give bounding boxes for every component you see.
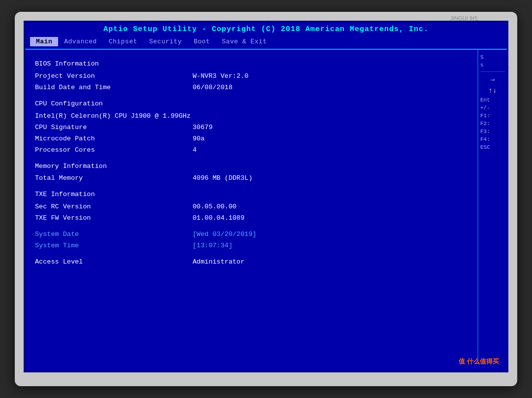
menu-save-exit[interactable]: Save & Exit: [216, 37, 272, 46]
system-date-value: [Wed 03/20/2019]: [193, 229, 257, 240]
project-version-label: Project Version: [35, 71, 193, 82]
menu-advanced[interactable]: Advanced: [58, 37, 102, 46]
sidebar-esc: ESC: [480, 144, 505, 150]
total-memory-value: 4096 MB (DDR3L): [193, 173, 253, 184]
content-area: BIOS Information Project Version W-NVR3 …: [25, 50, 507, 364]
build-date-row: Build Date and Time 06/08/2018: [35, 82, 467, 94]
processor-cores-value: 4: [193, 145, 197, 156]
sec-rc-value: 00.05.00.00: [193, 201, 236, 213]
access-level-value: Administrator: [193, 257, 244, 268]
memory-info-header: Memory Information: [35, 161, 467, 172]
sec-rc-row: Sec RC Version 00.05.00.00: [35, 201, 467, 213]
system-date-row[interactable]: System Date [Wed 03/20/2019]: [35, 229, 467, 240]
title-text: Aptio Setup Utility - Copyright (C) 2018…: [103, 25, 429, 33]
sidebar-arrow-updown: ↑↓: [480, 87, 505, 95]
memory-info-section: Memory Information Total Memory 4096 MB …: [35, 161, 467, 185]
sidebar-s2: s: [480, 62, 505, 68]
cpu-config-header: CPU Configuration: [35, 99, 467, 110]
menu-boot[interactable]: Boot: [188, 37, 216, 46]
total-memory-label: Total Memory: [35, 173, 193, 184]
title-bar: Aptio Setup Utility - Copyright (C) 2018…: [25, 22, 507, 35]
sidebar-f2: F2:: [480, 121, 505, 127]
txe-info-section: TXE Information Sec RC Version 00.05.00.…: [35, 189, 467, 224]
cpu-signature-label: CPU Signature: [35, 122, 193, 133]
sec-rc-label: Sec RC Version: [35, 201, 193, 213]
sidebar-divider1: [480, 71, 505, 72]
system-time-value: [13:07:34]: [193, 240, 233, 252]
menu-chipset[interactable]: Chipset: [103, 37, 143, 46]
access-level-row: Access Level Administrator: [35, 257, 467, 268]
txe-fw-row: TXE FW Version 01.00.04.1089: [35, 213, 467, 224]
txe-info-header: TXE Information: [35, 189, 467, 200]
system-time-label: System Time: [35, 240, 193, 252]
sidebar-f1: F1:: [480, 113, 505, 119]
menu-security[interactable]: Security: [143, 37, 188, 46]
processor-cores-label: Processor Cores: [35, 145, 193, 156]
sidebar-f4: F4:: [480, 136, 505, 142]
build-date-label: Build Date and Time: [35, 82, 193, 94]
sidebar-f3: F3:: [480, 129, 505, 134]
monitor-frame: JINGUI 9代 Aptio Setup Utility - Copyrigh…: [15, 12, 517, 386]
watermark: 值 什么值得买: [459, 357, 499, 366]
menu-main[interactable]: Main: [30, 37, 58, 46]
build-date-value: 06/08/2018: [193, 82, 233, 94]
access-level-label: Access Level: [35, 257, 193, 268]
main-content: BIOS Information Project Version W-NVR3 …: [25, 50, 478, 364]
project-version-value: W-NVR3 Ver:2.0: [193, 71, 248, 82]
bios-info-header: BIOS Information: [35, 59, 467, 70]
cpu-model-label: Intel(R) Celeron(R) CPU J1900 @ 1.99GHz: [35, 111, 193, 122]
processor-cores-row: Processor Cores 4: [35, 145, 467, 156]
total-memory-row: Total Memory 4096 MB (DDR3L): [35, 173, 467, 184]
bios-info-section: BIOS Information Project Version W-NVR3 …: [35, 59, 467, 94]
txe-fw-label: TXE FW Version: [35, 213, 193, 224]
cpu-signature-row: CPU Signature 30679: [35, 122, 467, 133]
microcode-row: Microcode Patch 90a: [35, 133, 467, 145]
cpu-model-row: Intel(R) Celeron(R) CPU J1900 @ 1.99GHz: [35, 111, 467, 122]
txe-fw-value: 01.00.04.1089: [193, 213, 244, 224]
sidebar-arrow-right: →: [480, 76, 505, 84]
system-time-row[interactable]: System Time [13:07:34]: [35, 240, 467, 252]
system-date-label: System Date: [35, 229, 193, 240]
cpu-signature-value: 30679: [193, 122, 213, 133]
sidebar-plusminus: +/-: [480, 105, 505, 111]
access-level-section: Access Level Administrator: [35, 257, 467, 268]
sidebar: S s → ↑↓ Ent +/- F1: F2: F3: F4: ESC: [478, 50, 507, 364]
cpu-config-section: CPU Configuration Intel(R) Celeron(R) CP…: [35, 99, 467, 156]
watermark-text: 值 什么值得买: [459, 358, 499, 365]
datetime-section: System Date [Wed 03/20/2019] System Time…: [35, 229, 467, 252]
sidebar-s1: S: [480, 54, 505, 60]
project-version-row: Project Version W-NVR3 Ver:2.0: [35, 71, 467, 82]
bios-screen: Aptio Setup Utility - Copyright (C) 2018…: [24, 21, 508, 372]
microcode-value: 90a: [193, 133, 204, 145]
microcode-label: Microcode Patch: [35, 133, 193, 145]
sidebar-enter: Ent: [480, 97, 505, 103]
menu-bar: Main Advanced Chipset Security Boot Save…: [25, 35, 507, 50]
